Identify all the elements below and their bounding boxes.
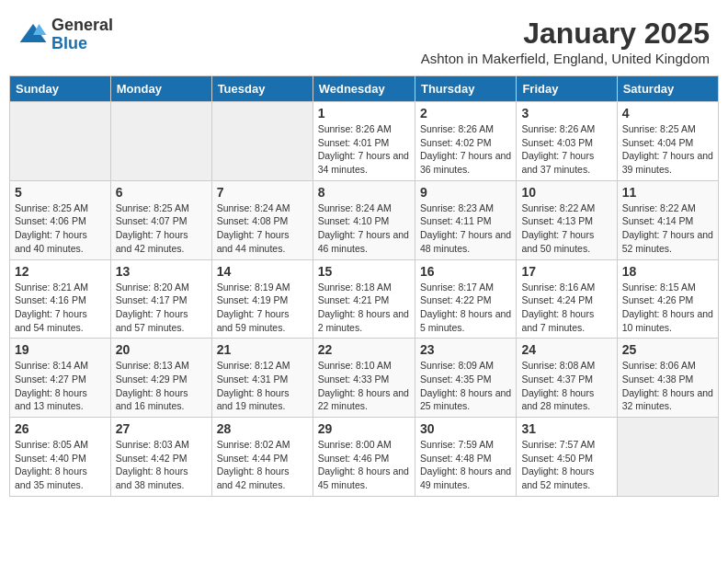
day-cell: 31Sunrise: 7:57 AM Sunset: 4:50 PM Dayli…	[517, 418, 617, 497]
day-info: Sunrise: 8:19 AM Sunset: 4:19 PM Dayligh…	[217, 281, 308, 335]
day-number: 13	[116, 264, 207, 279]
day-info: Sunrise: 8:18 AM Sunset: 4:21 PM Dayligh…	[318, 281, 410, 335]
day-info: Sunrise: 8:16 AM Sunset: 4:24 PM Dayligh…	[521, 281, 611, 335]
location-title: Ashton in Makerfield, England, United Ki…	[421, 51, 710, 66]
day-number: 5	[15, 185, 106, 200]
day-number: 8	[318, 185, 410, 200]
weekday-header-wednesday: Wednesday	[313, 76, 415, 102]
day-info: Sunrise: 8:25 AM Sunset: 4:04 PM Dayligh…	[622, 122, 713, 177]
day-number: 31	[521, 421, 611, 436]
logo-general-text: General	[51, 17, 113, 35]
day-number: 4	[622, 106, 713, 121]
day-cell: 3Sunrise: 8:26 AM Sunset: 4:03 PM Daylig…	[517, 102, 617, 181]
day-info: Sunrise: 8:08 AM Sunset: 4:37 PM Dayligh…	[521, 359, 611, 413]
day-cell: 16Sunrise: 8:17 AM Sunset: 4:22 PM Dayli…	[415, 259, 516, 339]
day-cell	[10, 102, 111, 181]
day-number: 18	[622, 264, 713, 279]
day-number: 3	[521, 106, 611, 121]
day-cell: 29Sunrise: 8:00 AM Sunset: 4:46 PM Dayli…	[313, 418, 415, 497]
day-cell	[110, 102, 211, 181]
day-info: Sunrise: 8:22 AM Sunset: 4:14 PM Dayligh…	[622, 201, 713, 256]
day-number: 28	[217, 421, 308, 436]
day-info: Sunrise: 8:15 AM Sunset: 4:26 PM Dayligh…	[622, 281, 713, 335]
day-number: 17	[521, 264, 611, 279]
day-info: Sunrise: 8:10 AM Sunset: 4:33 PM Dayligh…	[318, 359, 410, 413]
day-info: Sunrise: 8:24 AM Sunset: 4:08 PM Dayligh…	[217, 201, 308, 256]
weekday-header-thursday: Thursday	[415, 76, 516, 102]
day-cell: 9Sunrise: 8:23 AM Sunset: 4:11 PM Daylig…	[415, 180, 516, 259]
day-info: Sunrise: 8:23 AM Sunset: 4:11 PM Dayligh…	[420, 201, 511, 256]
day-cell: 12Sunrise: 8:21 AM Sunset: 4:16 PM Dayli…	[10, 259, 111, 339]
day-number: 30	[420, 421, 511, 436]
day-number: 19	[15, 342, 106, 357]
day-number: 11	[622, 185, 713, 200]
day-info: Sunrise: 8:14 AM Sunset: 4:27 PM Dayligh…	[15, 359, 106, 413]
day-cell: 24Sunrise: 8:08 AM Sunset: 4:37 PM Dayli…	[517, 339, 617, 418]
day-number: 2	[420, 106, 511, 121]
week-row-2: 5Sunrise: 8:25 AM Sunset: 4:06 PM Daylig…	[10, 180, 719, 259]
calendar-table: SundayMondayTuesdayWednesdayThursdayFrid…	[9, 75, 719, 497]
day-cell: 2Sunrise: 8:26 AM Sunset: 4:02 PM Daylig…	[415, 102, 516, 181]
day-info: Sunrise: 8:26 AM Sunset: 4:03 PM Dayligh…	[521, 122, 611, 177]
day-cell: 20Sunrise: 8:13 AM Sunset: 4:29 PM Dayli…	[110, 339, 211, 418]
day-info: Sunrise: 7:59 AM Sunset: 4:48 PM Dayligh…	[420, 438, 511, 492]
week-row-4: 19Sunrise: 8:14 AM Sunset: 4:27 PM Dayli…	[10, 339, 719, 418]
month-title: January 2025	[421, 17, 710, 51]
day-cell: 6Sunrise: 8:25 AM Sunset: 4:07 PM Daylig…	[110, 180, 211, 259]
day-cell: 18Sunrise: 8:15 AM Sunset: 4:26 PM Dayli…	[617, 259, 718, 339]
day-number: 29	[318, 421, 410, 436]
title-area: January 2025 Ashton in Makerfield, Engla…	[421, 17, 710, 66]
weekday-header-row: SundayMondayTuesdayWednesdayThursdayFrid…	[10, 76, 719, 102]
day-info: Sunrise: 8:20 AM Sunset: 4:17 PM Dayligh…	[116, 281, 207, 335]
day-cell: 14Sunrise: 8:19 AM Sunset: 4:19 PM Dayli…	[211, 259, 313, 339]
day-cell: 8Sunrise: 8:24 AM Sunset: 4:10 PM Daylig…	[313, 180, 415, 259]
day-number: 24	[521, 342, 611, 357]
day-info: Sunrise: 8:21 AM Sunset: 4:16 PM Dayligh…	[15, 281, 106, 335]
day-cell: 4Sunrise: 8:25 AM Sunset: 4:04 PM Daylig…	[617, 102, 718, 181]
day-number: 6	[116, 185, 207, 200]
logo-blue-text: Blue	[51, 35, 113, 53]
day-cell: 7Sunrise: 8:24 AM Sunset: 4:08 PM Daylig…	[211, 180, 313, 259]
day-cell: 11Sunrise: 8:22 AM Sunset: 4:14 PM Dayli…	[617, 180, 718, 259]
day-cell: 27Sunrise: 8:03 AM Sunset: 4:42 PM Dayli…	[110, 418, 211, 497]
day-number: 12	[15, 264, 106, 279]
day-number: 16	[420, 264, 511, 279]
day-info: Sunrise: 8:02 AM Sunset: 4:44 PM Dayligh…	[217, 438, 308, 492]
day-info: Sunrise: 8:06 AM Sunset: 4:38 PM Dayligh…	[622, 359, 713, 413]
day-info: Sunrise: 8:09 AM Sunset: 4:35 PM Dayligh…	[420, 359, 511, 413]
day-cell: 17Sunrise: 8:16 AM Sunset: 4:24 PM Dayli…	[517, 259, 617, 339]
week-row-3: 12Sunrise: 8:21 AM Sunset: 4:16 PM Dayli…	[10, 259, 719, 339]
day-cell: 5Sunrise: 8:25 AM Sunset: 4:06 PM Daylig…	[10, 180, 111, 259]
day-number: 26	[15, 421, 106, 436]
day-number: 9	[420, 185, 511, 200]
weekday-header-monday: Monday	[110, 76, 211, 102]
day-cell	[211, 102, 313, 181]
day-info: Sunrise: 8:12 AM Sunset: 4:31 PM Dayligh…	[217, 359, 308, 413]
day-cell: 26Sunrise: 8:05 AM Sunset: 4:40 PM Dayli…	[10, 418, 111, 497]
day-cell: 10Sunrise: 8:22 AM Sunset: 4:13 PM Dayli…	[517, 180, 617, 259]
day-number: 22	[318, 342, 410, 357]
day-number: 25	[622, 342, 713, 357]
day-number: 23	[420, 342, 511, 357]
day-cell: 13Sunrise: 8:20 AM Sunset: 4:17 PM Dayli…	[110, 259, 211, 339]
week-row-5: 26Sunrise: 8:05 AM Sunset: 4:40 PM Dayli…	[10, 418, 719, 497]
day-number: 10	[521, 185, 611, 200]
day-number: 14	[217, 264, 308, 279]
weekday-header-sunday: Sunday	[10, 76, 111, 102]
day-info: Sunrise: 8:26 AM Sunset: 4:01 PM Dayligh…	[318, 122, 410, 177]
day-cell: 1Sunrise: 8:26 AM Sunset: 4:01 PM Daylig…	[313, 102, 415, 181]
day-cell: 15Sunrise: 8:18 AM Sunset: 4:21 PM Dayli…	[313, 259, 415, 339]
day-info: Sunrise: 8:25 AM Sunset: 4:06 PM Dayligh…	[15, 201, 106, 256]
day-cell	[617, 418, 718, 497]
day-info: Sunrise: 8:17 AM Sunset: 4:22 PM Dayligh…	[420, 281, 511, 335]
day-cell: 30Sunrise: 7:59 AM Sunset: 4:48 PM Dayli…	[415, 418, 516, 497]
day-info: Sunrise: 8:22 AM Sunset: 4:13 PM Dayligh…	[521, 201, 611, 256]
day-info: Sunrise: 8:03 AM Sunset: 4:42 PM Dayligh…	[116, 438, 207, 492]
day-number: 7	[217, 185, 308, 200]
day-info: Sunrise: 8:00 AM Sunset: 4:46 PM Dayligh…	[318, 438, 410, 492]
day-number: 15	[318, 264, 410, 279]
day-cell: 22Sunrise: 8:10 AM Sunset: 4:33 PM Dayli…	[313, 339, 415, 418]
day-info: Sunrise: 8:05 AM Sunset: 4:40 PM Dayligh…	[15, 438, 106, 492]
day-info: Sunrise: 7:57 AM Sunset: 4:50 PM Dayligh…	[521, 438, 611, 492]
week-row-1: 1Sunrise: 8:26 AM Sunset: 4:01 PM Daylig…	[10, 102, 719, 181]
